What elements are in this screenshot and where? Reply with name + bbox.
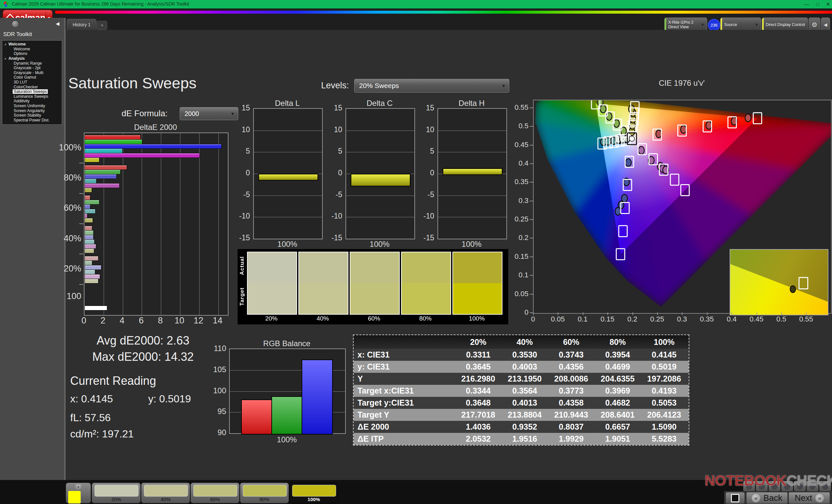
axis-tick: [806, 312, 807, 315]
tree-item-welcome[interactable]: ◢Welcome: [2, 42, 62, 47]
table-value-cell: 0.4682: [594, 397, 641, 409]
mini-chart-title: Delta C: [345, 99, 414, 108]
de-formula-value: 2000: [180, 110, 199, 117]
rgb-bar-blue: [302, 360, 333, 435]
filmstrip-label: 60%: [191, 497, 239, 502]
table-value-cell: 208.6401: [594, 409, 641, 421]
delta_h-bar: [443, 168, 502, 175]
de-formula-label: dE Formula:: [122, 109, 168, 118]
filmstrip-card-100%[interactable]: 100%: [289, 482, 338, 503]
deltae-bar-yellow: [84, 279, 99, 283]
table-row-label: Y: [354, 373, 455, 385]
deltae-bar-green: [84, 139, 142, 144]
sidebar-knob-icon[interactable]: [12, 21, 19, 28]
tab-history-1[interactable]: History 1: [67, 19, 97, 30]
notebookcheck-watermark: NOTEBOOKCHECK: [705, 463, 832, 499]
axis-tick: [732, 312, 732, 315]
swatch-column-100%: [452, 252, 502, 315]
filmstrip-card-80%[interactable]: 80%: [240, 482, 289, 503]
deltae-bar-blue: [84, 204, 90, 209]
filmstrip-card-20%[interactable]: 20%: [92, 482, 141, 503]
deltae-bar-blue: [84, 144, 222, 149]
actual-swatch: [299, 252, 348, 283]
levels-dropdown[interactable]: 20% Sweeps ▼: [354, 79, 509, 92]
cie-x-tick: 0.2: [621, 315, 644, 324]
filmstrip-card-60%[interactable]: 60%: [190, 482, 239, 503]
delta_c-bar: [351, 174, 411, 187]
maximize-icon[interactable]: □: [813, 1, 822, 8]
tree-item-3d-lut[interactable]: 3D LUT: [2, 80, 62, 85]
gridline: [438, 131, 506, 131]
table-value-cell: 0.4003: [501, 361, 548, 373]
tree-item-additivity[interactable]: Additivity: [2, 99, 62, 104]
axis-tick: [607, 312, 608, 315]
tree-item-saturation-sweeps[interactable]: Saturation Sweeps: [2, 89, 62, 94]
axis-tick: [530, 312, 533, 313]
target-row-label: Target: [239, 287, 245, 306]
axis-tick: [530, 182, 533, 183]
cie-x-tick: 0.3: [671, 315, 693, 324]
cie-y-tick: 0.2: [507, 233, 528, 242]
filmstrip-up-arrow-icon[interactable]: ▲: [74, 484, 83, 489]
cie-y-tick: 0.1: [507, 271, 528, 279]
deltae-x-tick: 8: [154, 316, 167, 326]
mini-x-label: 100%: [438, 240, 506, 249]
tree-item-label: Options: [13, 51, 28, 56]
tree-item-screen-angularity[interactable]: Screen Angularity: [2, 108, 62, 113]
deltae-x-tick: 4: [116, 316, 129, 326]
deltae-bar-cyan: [84, 270, 95, 274]
tree-item-screen-stability[interactable]: Screen Stability: [2, 113, 62, 118]
de-formula-dropdown[interactable]: 2000 ▼: [180, 107, 238, 120]
gridline: [346, 217, 414, 217]
tree-item-welcome[interactable]: Welcome: [2, 47, 62, 52]
tree-item-grayscale-2pt[interactable]: Grayscale - 2pt: [2, 65, 62, 71]
table-value-cell: 0.4013: [501, 397, 548, 409]
filmstrip-card-40%[interactable]: 40%: [141, 482, 190, 503]
filmstrip-current-tile[interactable]: ▲: [66, 482, 91, 503]
target-swatch: [248, 283, 296, 314]
reading-x: x: 0.4145: [70, 393, 113, 405]
tree-item-dynamic-range[interactable]: Dynamic Range: [2, 61, 62, 65]
inset-measured-point: [790, 285, 796, 293]
table-row: Target Y217.7018213.8804210.9443208.6401…: [354, 409, 689, 421]
tree-item-colorchecker[interactable]: ColorChecker: [2, 84, 62, 89]
meter-label: X-Rite i1Pro 2Direct View: [666, 20, 694, 29]
rgb-y-tick: 110: [205, 344, 226, 353]
cie-y-tick: 0.15: [507, 252, 528, 261]
tree-item-grayscale-multi[interactable]: Grayscale - Multi: [2, 71, 62, 75]
minimize-icon[interactable]: —: [802, 1, 811, 8]
tree-expand-icon[interactable]: ◢: [4, 57, 7, 60]
tree-item-screen-uniformity[interactable]: Screen Uniformity: [2, 104, 62, 109]
axis-tick: [79, 163, 83, 163]
deltae-bar-green: [84, 260, 92, 265]
tree-item-options[interactable]: Options: [2, 51, 62, 56]
table-value-cell: 1.5090: [641, 421, 687, 433]
tree-item-luminance-sweeps[interactable]: Luminance Sweeps: [2, 94, 62, 99]
cie-x-tick: 0.25: [646, 315, 669, 324]
cie-x-tick: 0.15: [596, 315, 619, 324]
current-reading-label: Current Reading: [70, 374, 156, 388]
table-value-cell: 0.3969: [594, 385, 641, 397]
gridline: [199, 133, 200, 315]
axis-tick: [530, 238, 533, 239]
table-row: ΔE 20001.40360.93520.80370.66571.5090: [354, 421, 689, 433]
table-row: Target y:CIE310.36480.40130.43580.46820.…: [354, 397, 689, 409]
table-row: x: CIE310.33110.35300.37430.39540.4145: [354, 349, 689, 361]
meter-count-badge[interactable]: 236: [708, 19, 720, 31]
cie-y-tick: 0.05: [507, 290, 528, 298]
tree-expand-icon[interactable]: ◢: [4, 43, 7, 46]
target-swatch: [350, 283, 399, 314]
table-value-cell: 206.4123: [641, 409, 687, 421]
deltae-bar-yellow: [84, 188, 92, 193]
tree-item-color-gamut[interactable]: Color Gamut: [2, 75, 62, 80]
axis-tick: [79, 223, 83, 224]
tree-item-spectral-power-dist-[interactable]: Spectral Power Dist.: [2, 118, 62, 123]
deltae-bar-yellow: [84, 218, 93, 223]
tree-item-analysis[interactable]: ◢Analysis: [2, 56, 62, 61]
close-icon[interactable]: ✕: [824, 1, 832, 8]
sidebar-collapse-icon[interactable]: ◀: [54, 20, 61, 27]
deltae-bar-magenta: [84, 153, 200, 158]
add-tab-button[interactable]: +: [97, 21, 107, 30]
target-swatch: [453, 283, 502, 314]
table-value-cell: 0.3564: [501, 385, 548, 397]
